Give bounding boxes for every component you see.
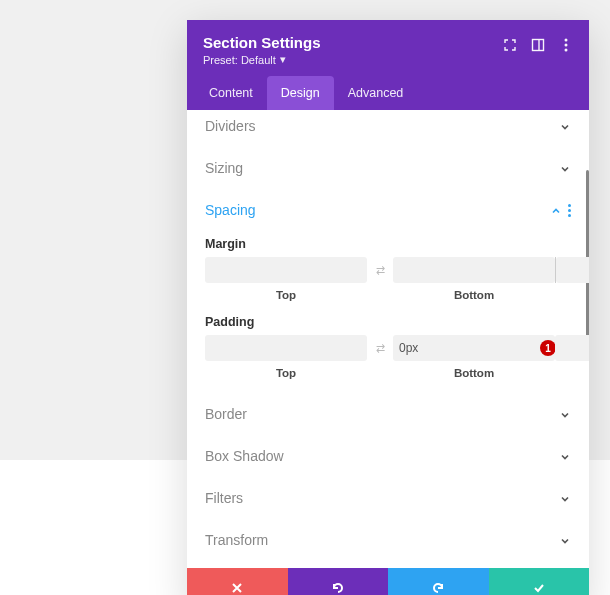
margin-label: Margin	[205, 237, 571, 251]
undo-button[interactable]	[288, 568, 389, 595]
margin-top-input[interactable]	[205, 257, 367, 283]
label-left: Left	[556, 289, 589, 301]
margin-inputs: ⇄ Top Bottom ⇄	[205, 257, 571, 301]
chevron-down-icon	[559, 492, 571, 504]
chevron-down-icon	[559, 534, 571, 546]
label-bottom: Bottom	[393, 367, 555, 379]
section-label: Filters	[205, 490, 243, 506]
label-left: Left	[555, 367, 589, 379]
label-bottom: Bottom	[393, 289, 555, 301]
section-spacing[interactable]: Spacing	[187, 189, 589, 231]
more-icon[interactable]	[559, 38, 573, 52]
margin-left-input[interactable]	[556, 257, 589, 283]
panel-layout-icon[interactable]	[531, 38, 545, 52]
settings-panel: Section Settings Preset: Default ▾	[187, 20, 589, 595]
section-transform[interactable]: Transform	[187, 519, 589, 561]
margin-bottom-input[interactable]	[393, 257, 555, 283]
chevron-down-icon	[559, 450, 571, 462]
svg-rect-0	[533, 40, 544, 51]
tab-advanced[interactable]: Advanced	[334, 76, 418, 110]
scrollbar-thumb[interactable]	[586, 170, 589, 340]
section-border[interactable]: Border	[187, 393, 589, 435]
expand-icon[interactable]	[503, 38, 517, 52]
chevron-up-icon	[550, 204, 562, 216]
preset-selector[interactable]: Preset: Default ▾	[203, 53, 321, 66]
padding-top-input[interactable]	[205, 335, 367, 361]
section-more-icon[interactable]	[568, 204, 571, 217]
section-dividers[interactable]: Dividers	[187, 110, 589, 147]
link-icon[interactable]: ⇄	[370, 342, 390, 355]
section-animation[interactable]: Animation	[187, 561, 589, 568]
cancel-button[interactable]	[187, 568, 288, 595]
section-sizing[interactable]: Sizing	[187, 147, 589, 189]
section-label: Transform	[205, 532, 268, 548]
panel-body: Dividers Sizing Spacing Margin ⇄	[187, 110, 589, 568]
section-filters[interactable]: Filters	[187, 477, 589, 519]
tabs: Content Design Advanced	[187, 76, 589, 110]
padding-left-input[interactable]	[555, 335, 589, 361]
padding-bottom-input[interactable]	[393, 335, 555, 361]
svg-point-3	[565, 44, 568, 47]
section-label: Dividers	[205, 118, 256, 134]
padding-inputs: ⇄ 1 Top Bottom ⇄	[205, 335, 571, 379]
chevron-down-icon	[559, 120, 571, 132]
panel-header: Section Settings Preset: Default ▾	[187, 20, 589, 76]
label-top: Top	[205, 289, 367, 301]
svg-point-2	[565, 39, 568, 42]
panel-footer	[187, 568, 589, 595]
tab-design[interactable]: Design	[267, 76, 334, 110]
annotation-badge: 1	[540, 340, 556, 356]
tab-content[interactable]: Content	[195, 76, 267, 110]
section-box-shadow[interactable]: Box Shadow	[187, 435, 589, 477]
section-label: Border	[205, 406, 247, 422]
spacing-content: Margin ⇄ Top Bottom	[187, 237, 589, 393]
section-label: Spacing	[205, 202, 256, 218]
preset-label: Preset: Default	[203, 54, 276, 66]
link-icon[interactable]: ⇄	[370, 264, 390, 277]
panel-title: Section Settings	[203, 34, 321, 51]
confirm-button[interactable]	[489, 568, 590, 595]
section-label: Sizing	[205, 160, 243, 176]
chevron-down-icon	[559, 162, 571, 174]
label-top: Top	[205, 367, 367, 379]
padding-label: Padding	[205, 315, 571, 329]
chevron-down-icon	[559, 408, 571, 420]
svg-point-4	[565, 49, 568, 52]
redo-button[interactable]	[388, 568, 489, 595]
caret-down-icon: ▾	[280, 53, 286, 66]
section-label: Box Shadow	[205, 448, 284, 464]
